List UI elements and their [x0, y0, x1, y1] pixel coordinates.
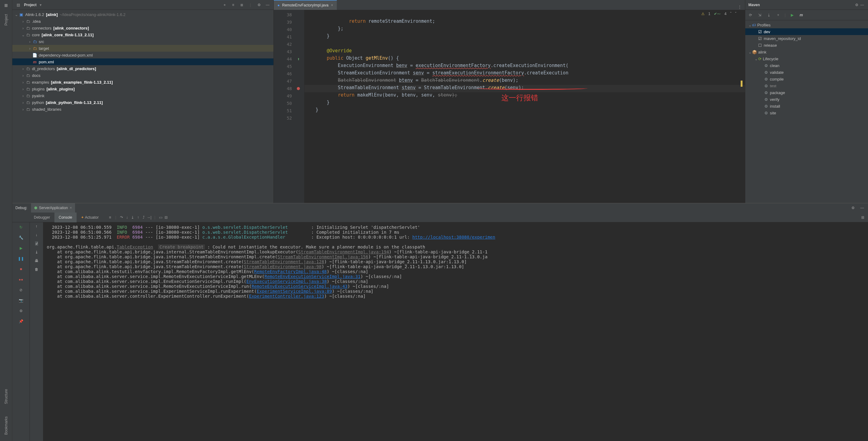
- maven-lifecycle-item[interactable]: ⚙install: [745, 103, 868, 109]
- collapse-all-icon[interactable]: ≣: [239, 2, 245, 8]
- maven-profile-item[interactable]: ☐release: [745, 42, 868, 49]
- maven-lifecycle-item[interactable]: ⚙validate: [745, 69, 868, 76]
- code-line[interactable]: StreamExecutionEnvironment senv = stream…: [305, 70, 745, 77]
- code-line[interactable]: [305, 40, 745, 48]
- tree-item[interactable]: ›🗀src: [12, 38, 274, 45]
- close-icon[interactable]: ×: [70, 206, 72, 210]
- clear-icon[interactable]: 🗑: [35, 267, 38, 272]
- code-line[interactable]: }: [305, 33, 745, 40]
- console-output[interactable]: 2023-12-08 06:51:00.559 INFO 6984 --- [i…: [43, 222, 868, 441]
- error-stripe-mark[interactable]: [741, 81, 743, 87]
- url-link[interactable]: http://localhost:38080/experimen: [412, 234, 496, 240]
- tree-item[interactable]: ›🗀plugins[alink_plugins]: [12, 86, 274, 92]
- tree-item[interactable]: ›🗀docs: [12, 72, 274, 79]
- editor-code[interactable]: return remoteStreamEnvironment; }; } @Ov…: [305, 10, 745, 203]
- stack-link[interactable]: ExperimentController.java:123: [249, 294, 324, 298]
- scroll-to-end-icon[interactable]: ⤓: [35, 250, 38, 254]
- maven-lifecycle-item[interactable]: ⚙test: [745, 83, 868, 89]
- code-line[interactable]: }: [305, 100, 745, 107]
- tree-item[interactable]: ›🗀examples[alink_examples_flink-1.13_2.1…: [12, 79, 274, 86]
- gear-icon[interactable]: ⚙: [850, 205, 856, 211]
- code-line[interactable]: StreamTableEnvironment stenv = StreamTab…: [305, 85, 745, 92]
- method-override-icon[interactable]: ⬆: [298, 57, 300, 62]
- scroll-up-icon[interactable]: ↑: [36, 224, 37, 228]
- gutter-line[interactable]: 44⬆: [274, 55, 304, 63]
- tree-item[interactable]: ›🗀dl_predictors[alink_dl_predictors]: [12, 65, 274, 72]
- stack-link[interactable]: EnvExecutionServiceImpl.java:38: [246, 279, 327, 284]
- step-over-icon[interactable]: ↷: [119, 215, 124, 220]
- minimize-icon[interactable]: —: [859, 205, 865, 211]
- checkbox-icon[interactable]: ☑: [758, 30, 763, 34]
- tree-item[interactable]: ›🗀shaded_libraries: [12, 106, 274, 113]
- stop-icon[interactable]: ■: [18, 266, 24, 272]
- step-out-icon[interactable]: ↑: [135, 215, 141, 220]
- gear-icon[interactable]: ⚙: [256, 2, 262, 8]
- run-icon[interactable]: ▶: [789, 12, 795, 18]
- gutter-line[interactable]: 47: [274, 77, 304, 85]
- code-line[interactable]: return makeMlEnv(benv, btenv, senv, sten…: [305, 92, 745, 100]
- code-line[interactable]: ExecutionEnvironment benv = executionEnv…: [305, 63, 745, 70]
- resume-icon[interactable]: ▶: [18, 245, 24, 251]
- gutter-line[interactable]: 51: [274, 107, 304, 115]
- modify-icon[interactable]: 🔧: [18, 234, 24, 241]
- gutter-line[interactable]: 42: [274, 40, 304, 48]
- gutter-line[interactable]: 41: [274, 33, 304, 40]
- subtab-console[interactable]: Console: [55, 213, 76, 222]
- editor-gutter[interactable]: 38394041424344⬆4546474849505152: [274, 10, 305, 203]
- scroll-down-icon[interactable]: ↓: [36, 233, 37, 237]
- gutter-line[interactable]: 49: [274, 92, 304, 100]
- chevron-down-icon[interactable]: ▾: [40, 3, 41, 7]
- soft-wrap-icon[interactable]: ↲: [35, 242, 38, 246]
- download-icon[interactable]: ⭳: [766, 12, 772, 18]
- maven-lifecycle-item[interactable]: ⚙verify: [745, 96, 868, 103]
- close-icon[interactable]: ×: [331, 3, 333, 7]
- checkbox-icon[interactable]: ☐: [758, 43, 763, 48]
- trace-icon[interactable]: ⊟: [163, 215, 169, 220]
- maven-lifecycle-item[interactable]: ⚙site: [745, 109, 868, 116]
- drop-frame-icon[interactable]: ⤴: [141, 215, 147, 220]
- code-line[interactable]: @Override: [305, 48, 745, 55]
- pause-icon[interactable]: ❚❚: [18, 256, 24, 262]
- expand-all-icon[interactable]: ≡: [230, 2, 236, 8]
- gutter-line[interactable]: 50: [274, 100, 304, 107]
- debug-config-tab[interactable]: ⬢ ServerApplication ×: [31, 203, 75, 213]
- project-tool-icon[interactable]: ▦: [3, 2, 9, 8]
- settings-icon[interactable]: ⚙: [18, 308, 24, 314]
- breakpoints-icon[interactable]: ●●: [18, 277, 24, 283]
- stack-link[interactable]: RemoteEnvFactoryImpl.java:48: [254, 269, 327, 274]
- code-line[interactable]: }: [305, 107, 745, 115]
- run-to-cursor-icon[interactable]: →|: [147, 215, 152, 220]
- evaluate-icon[interactable]: ▭: [158, 215, 163, 220]
- maven-profiles-node[interactable]: ⌄ 🏷 Profiles: [745, 22, 868, 28]
- gutter-line[interactable]: 43: [274, 48, 304, 55]
- stack-link[interactable]: StreamTableEnvironmentImpl.java:194: [298, 249, 389, 254]
- create-breakpoint-link[interactable]: Create breakpoint: [158, 245, 205, 249]
- gutter-line[interactable]: 38: [274, 11, 304, 19]
- stack-link[interactable]: ExperimentServiceImpl.java:89: [257, 289, 332, 294]
- breakpoint-icon[interactable]: [297, 86, 300, 91]
- stripe-bookmarks[interactable]: Bookmarks: [4, 416, 8, 435]
- gutter-line[interactable]: 45: [274, 63, 304, 70]
- project-view-icon[interactable]: ▤: [16, 2, 21, 8]
- stripe-project[interactable]: Project: [4, 14, 8, 26]
- stack-link[interactable]: RemoteEnvExecutionServiceImpl.java:31: [265, 274, 361, 279]
- tree-item[interactable]: 📄dependency-reduced-pom.xml: [12, 52, 274, 58]
- maven-lifecycle-item[interactable]: ⚙package: [745, 89, 868, 96]
- code-line[interactable]: [305, 115, 745, 122]
- gear-icon[interactable]: ⚙: [854, 2, 859, 8]
- tree-item[interactable]: ›🗀.idea: [12, 18, 274, 25]
- maven-lifecycle-item[interactable]: ⚙clean: [745, 62, 868, 69]
- rerun-icon[interactable]: ↻: [18, 224, 24, 230]
- mute-breakpoints-icon[interactable]: ⊘: [18, 287, 24, 293]
- maven-profile-item[interactable]: ☑maven_repository_id: [745, 35, 868, 42]
- tree-item[interactable]: ›🗀pyalink: [12, 92, 274, 99]
- maven-profile-item[interactable]: ☑dev: [745, 28, 868, 35]
- minimize-icon[interactable]: —: [265, 2, 270, 8]
- stripe-structure[interactable]: Structure: [4, 389, 8, 404]
- reload-icon[interactable]: ⟳: [748, 12, 753, 18]
- tree-item[interactable]: ⌄🗀core[alink_core_flink-1.13_2.11]: [12, 31, 274, 38]
- code-line[interactable]: BatchTableEnvironment btenv = BatchTable…: [305, 77, 745, 85]
- gutter-line[interactable]: 40: [274, 26, 304, 33]
- maven-tree[interactable]: ⌄ 🏷 Profiles ☑dev☑maven_repository_id☐re…: [745, 20, 868, 118]
- gutter-line[interactable]: 46: [274, 70, 304, 77]
